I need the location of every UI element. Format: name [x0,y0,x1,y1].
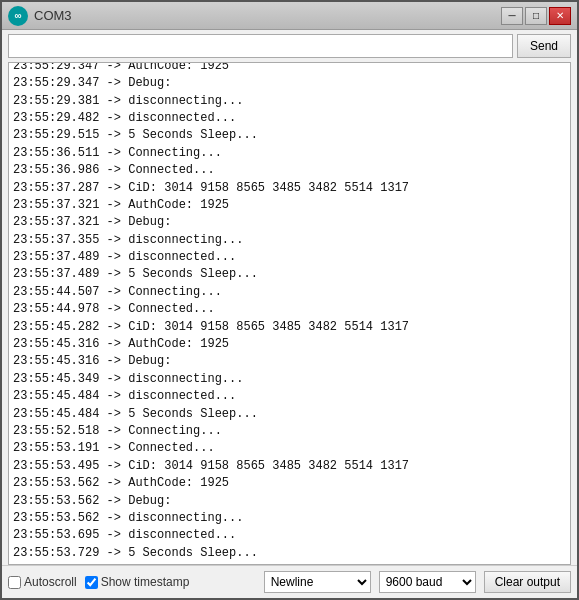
window-controls: ─ □ ✕ [501,7,571,25]
autoscroll-label[interactable]: Autoscroll [8,575,77,589]
log-line: 23:55:53.562 -> Debug: [13,493,566,510]
log-line: 23:55:36.986 -> Connected... [13,162,566,179]
serial-output[interactable]: 23:55:29.012 -> Connected...23:55:29.280… [8,62,571,565]
show-timestamp-checkbox[interactable] [85,576,98,589]
maximize-button[interactable]: □ [525,7,547,25]
log-line: 23:55:45.484 -> 5 Seconds Sleep... [13,406,566,423]
minimize-button[interactable]: ─ [501,7,523,25]
autoscroll-checkbox[interactable] [8,576,21,589]
clear-output-button[interactable]: Clear output [484,571,571,593]
log-line: 23:55:52.518 -> Connecting... [13,423,566,440]
close-button[interactable]: ✕ [549,7,571,25]
log-line: 23:55:45.349 -> disconnecting... [13,371,566,388]
title-bar-left: ∞ COM3 [8,6,72,26]
log-line: 23:55:45.316 -> AuthCode: 1925 [13,336,566,353]
log-line: 23:55:53.729 -> 5 Seconds Sleep... [13,545,566,562]
log-line: 23:55:29.347 -> Debug: [13,75,566,92]
send-button[interactable]: Send [517,34,571,58]
log-line: 23:55:37.287 -> CiD: 3014 9158 8565 3485… [13,180,566,197]
log-line: 23:55:37.489 -> disconnected... [13,249,566,266]
window-title: COM3 [34,8,72,23]
log-line: 23:55:53.562 -> disconnecting... [13,510,566,527]
log-line: 23:55:37.489 -> 5 Seconds Sleep... [13,266,566,283]
message-input[interactable] [8,34,513,58]
log-line: 23:55:29.347 -> AuthCode: 1925 [13,62,566,75]
log-line: 23:55:29.482 -> disconnected... [13,110,566,127]
log-line: 23:55:29.381 -> disconnecting... [13,93,566,110]
send-bar: Send [2,30,577,62]
log-line: 23:55:36.511 -> Connecting... [13,145,566,162]
log-line: 23:55:37.321 -> Debug: [13,214,566,231]
arduino-logo-icon: ∞ [8,6,28,26]
log-line: 23:55:37.355 -> disconnecting... [13,232,566,249]
log-line: 23:55:44.978 -> Connected... [13,301,566,318]
log-line: 23:55:53.191 -> Connected... [13,440,566,457]
bottom-bar: Autoscroll Show timestamp NewlineNo line… [2,565,577,598]
log-line: 23:55:37.321 -> AuthCode: 1925 [13,197,566,214]
log-line: 23:55:45.316 -> Debug: [13,353,566,370]
log-line: 23:55:53.695 -> disconnected... [13,527,566,544]
baud-rate-dropdown[interactable]: 300 baud1200 baud2400 baud4800 baud9600 … [379,571,476,593]
newline-dropdown[interactable]: NewlineNo line endingCarriage returnBoth… [264,571,371,593]
serial-monitor-window: ∞ COM3 ─ □ ✕ Send 23:55:29.012 -> Connec… [0,0,579,600]
title-bar: ∞ COM3 ─ □ ✕ [2,2,577,30]
show-timestamp-label[interactable]: Show timestamp [85,575,190,589]
log-line: 23:55:45.484 -> disconnected... [13,388,566,405]
log-line: 23:55:45.282 -> CiD: 3014 9158 8565 3485… [13,319,566,336]
log-line: 23:55:44.507 -> Connecting... [13,284,566,301]
log-line: 23:55:29.515 -> 5 Seconds Sleep... [13,127,566,144]
log-line: 23:55:53.562 -> AuthCode: 1925 [13,475,566,492]
log-line: 23:55:53.495 -> CiD: 3014 9158 8565 3485… [13,458,566,475]
